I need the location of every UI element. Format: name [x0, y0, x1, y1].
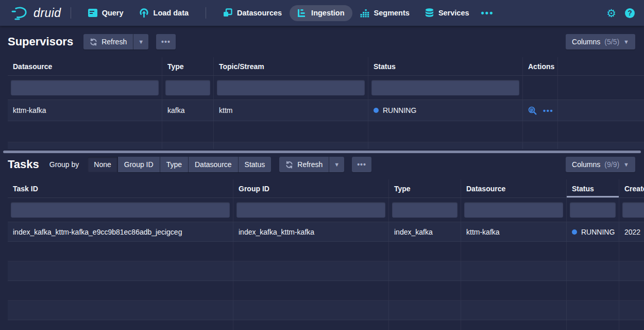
nav-more-button[interactable]: •••: [477, 8, 498, 19]
tasks-section: Tasks Group by None Group ID Type Dataso…: [0, 156, 644, 330]
empty-row: [8, 320, 644, 330]
filter-input-type[interactable]: [392, 202, 457, 218]
nav-item-ingestion[interactable]: Ingestion: [290, 5, 352, 21]
help-icon[interactable]: ?: [625, 8, 635, 18]
supervisors-title: Supervisors: [8, 35, 73, 48]
nav-item-label: Ingestion: [311, 9, 344, 17]
filter-input-datasource[interactable]: [464, 202, 563, 218]
columns-count: (9/9): [604, 160, 619, 169]
nav-item-label: Services: [438, 9, 469, 17]
supervisors-filter-row: [8, 76, 644, 100]
brand-name: druid: [33, 6, 61, 20]
column-header-type[interactable]: Type: [162, 57, 214, 75]
gear-icon[interactable]: ⚙: [606, 8, 616, 19]
chevron-down-icon: ▼: [334, 162, 340, 168]
horizontal-scrollbar[interactable]: [3, 151, 641, 153]
nav-item-query[interactable]: Query: [80, 5, 131, 21]
top-navigation: druid Query Load data Datasources: [0, 0, 644, 26]
tasks-title: Tasks: [8, 158, 39, 171]
supervisors-more-button[interactable]: •••: [156, 34, 176, 50]
more-actions-icon[interactable]: •••: [543, 106, 553, 115]
column-header-actions: Actions: [523, 57, 558, 75]
task-created-time: 2022: [619, 222, 644, 241]
running-status-dot: [572, 229, 577, 235]
supervisors-refresh-button[interactable]: Refresh: [83, 34, 133, 50]
supervisors-section: Supervisors Refresh ▼ ••• Columns (5/5) …: [0, 34, 644, 153]
nav-item-label: Datasources: [237, 9, 282, 17]
status-label: RUNNING: [581, 228, 615, 236]
nav-item-load-data[interactable]: Load data: [131, 5, 196, 21]
layers-icon: [223, 8, 232, 18]
group-by-label: Group by: [49, 160, 79, 169]
filter-input-datasource[interactable]: [11, 80, 159, 95]
tasks-table: Task ID Group ID Type Datasource Status …: [8, 179, 644, 330]
nav-divider: [71, 7, 71, 19]
search-details-icon[interactable]: [528, 106, 537, 115]
filter-input-status[interactable]: [570, 202, 616, 218]
empty-row-partial: [8, 142, 644, 149]
refresh-icon: [90, 38, 97, 46]
filter-input-status[interactable]: [371, 80, 519, 95]
supervisors-refresh-caret-button[interactable]: ▼: [133, 34, 148, 50]
group-by-group-id-button[interactable]: Group ID: [118, 157, 160, 172]
tasks-refresh-caret-button[interactable]: ▼: [329, 157, 344, 172]
supervisor-actions: •••: [523, 100, 558, 121]
refresh-label: Refresh: [101, 38, 127, 46]
filter-input-created-time[interactable]: [622, 202, 644, 218]
supervisors-table: Datasource Type Topic/Stream Status Acti…: [8, 57, 644, 149]
task-status: RUNNING: [567, 222, 619, 241]
column-header-datasource[interactable]: Datasource: [461, 179, 567, 197]
tasks-refresh-button[interactable]: Refresh: [279, 157, 329, 172]
column-header-topic-stream[interactable]: Topic/Stream: [214, 57, 368, 75]
group-by-type-button[interactable]: Type: [160, 157, 189, 172]
console-icon: [88, 9, 97, 17]
tasks-more-button[interactable]: •••: [352, 157, 371, 172]
nav-item-services[interactable]: Services: [417, 5, 477, 21]
tasks-toolbar: Tasks Group by None Group ID Type Dataso…: [0, 156, 644, 173]
column-header-status-sorted[interactable]: Status: [567, 179, 619, 197]
task-row[interactable]: index_kafka_kttm-kafka_e9cc9b81ec86adb_j…: [8, 222, 644, 242]
supervisors-header-row: Datasource Type Topic/Stream Status Acti…: [8, 57, 644, 76]
running-status-dot: [374, 108, 379, 113]
column-header-empty: [558, 57, 644, 75]
supervisor-topic: kttm: [214, 100, 368, 121]
database-icon: [425, 8, 434, 18]
druid-logo-icon: [10, 5, 29, 21]
task-datasource: kttm-kafka: [461, 222, 567, 241]
tasks-columns-button[interactable]: Columns (9/9) ▼: [566, 157, 635, 172]
column-header-datasource[interactable]: Datasource: [8, 57, 162, 75]
group-by-none-button[interactable]: None: [88, 157, 117, 172]
column-header-status[interactable]: Status: [368, 57, 523, 75]
supervisor-datasource: kttm-kafka: [8, 100, 162, 121]
empty-row: [8, 281, 644, 301]
druid-logo[interactable]: druid: [10, 5, 61, 21]
filter-input-group-id[interactable]: [236, 202, 385, 218]
group-by-status-button[interactable]: Status: [239, 157, 272, 172]
chevron-down-icon: ▼: [623, 39, 629, 45]
columns-count: (5/5): [604, 38, 619, 46]
group-by-datasource-button[interactable]: Datasource: [189, 157, 239, 172]
chevron-down-icon: ▼: [138, 39, 144, 45]
task-group-id: index_kafka_kttm-kafka: [233, 222, 389, 241]
column-header-group-id[interactable]: Group ID: [233, 179, 389, 197]
column-header-type[interactable]: Type: [389, 179, 461, 197]
supervisor-row[interactable]: kttm-kafka kafka kttm RUNNING •••: [8, 100, 644, 121]
bar-chart-icon: [360, 9, 369, 18]
column-header-task-id[interactable]: Task ID: [8, 179, 233, 197]
nav-item-label: Load data: [154, 9, 189, 17]
supervisors-toolbar: Supervisors Refresh ▼ ••• Columns (5/5) …: [0, 34, 644, 50]
empty-row: [8, 301, 644, 320]
nav-divider: [206, 7, 206, 19]
empty-row: [8, 121, 644, 142]
filter-input-type[interactable]: [165, 80, 210, 95]
supervisor-status: RUNNING: [368, 100, 523, 121]
nav-item-segments[interactable]: Segments: [352, 5, 417, 21]
filter-input-topic-stream[interactable]: [217, 80, 365, 95]
filter-input-task-id[interactable]: [11, 202, 230, 218]
task-id: index_kafka_kttm-kafka_e9cc9b81ec86adb_j…: [8, 222, 233, 241]
empty-row: [8, 242, 644, 261]
supervisors-columns-button[interactable]: Columns (5/5) ▼: [566, 34, 635, 50]
columns-label: Columns: [572, 38, 600, 46]
column-header-created-time[interactable]: Created time: [619, 179, 644, 197]
nav-item-datasources[interactable]: Datasources: [215, 5, 290, 21]
